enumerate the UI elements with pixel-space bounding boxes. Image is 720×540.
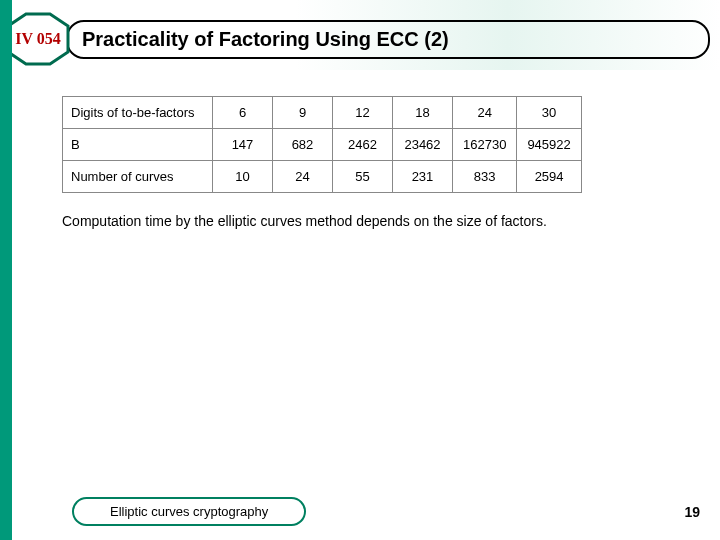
title-container: Practicality of Factoring Using ECC (2) bbox=[66, 20, 710, 59]
table-row: B 147 682 2462 23462 162730 945922 bbox=[63, 129, 582, 161]
row-label: Number of curves bbox=[63, 161, 213, 193]
caption-text: Computation time by the elliptic curves … bbox=[62, 213, 700, 229]
slide-header: IV 054 Practicality of Factoring Using E… bbox=[12, 0, 720, 66]
badge-code: IV 054 bbox=[15, 30, 61, 48]
table-cell: 23462 bbox=[393, 129, 453, 161]
footer-label: Elliptic curves cryptography bbox=[72, 497, 306, 526]
table-cell: 10 bbox=[213, 161, 273, 193]
table-cell: 18 bbox=[393, 97, 453, 129]
row-label: Digits of to-be-factors bbox=[63, 97, 213, 129]
table-cell: 682 bbox=[273, 129, 333, 161]
table-cell: 6 bbox=[213, 97, 273, 129]
table-cell: 833 bbox=[453, 161, 517, 193]
page-number: 19 bbox=[684, 504, 700, 520]
table-cell: 24 bbox=[273, 161, 333, 193]
slide-footer: Elliptic curves cryptography 19 bbox=[72, 497, 700, 526]
table-cell: 24 bbox=[453, 97, 517, 129]
slide-content: Digits of to-be-factors 6 9 12 18 24 30 … bbox=[12, 66, 720, 229]
table-row: Digits of to-be-factors 6 9 12 18 24 30 bbox=[63, 97, 582, 129]
table-cell: 9 bbox=[273, 97, 333, 129]
data-table: Digits of to-be-factors 6 9 12 18 24 30 … bbox=[62, 96, 582, 193]
table-cell: 30 bbox=[517, 97, 581, 129]
table-cell: 2462 bbox=[333, 129, 393, 161]
slide-badge: IV 054 bbox=[6, 12, 70, 66]
table-cell: 231 bbox=[393, 161, 453, 193]
row-label: B bbox=[63, 129, 213, 161]
table-row: Number of curves 10 24 55 231 833 2594 bbox=[63, 161, 582, 193]
table-cell: 945922 bbox=[517, 129, 581, 161]
table-cell: 147 bbox=[213, 129, 273, 161]
table-cell: 2594 bbox=[517, 161, 581, 193]
table-cell: 55 bbox=[333, 161, 393, 193]
page-title: Practicality of Factoring Using ECC (2) bbox=[82, 28, 694, 51]
table-cell: 12 bbox=[333, 97, 393, 129]
table-cell: 162730 bbox=[453, 129, 517, 161]
